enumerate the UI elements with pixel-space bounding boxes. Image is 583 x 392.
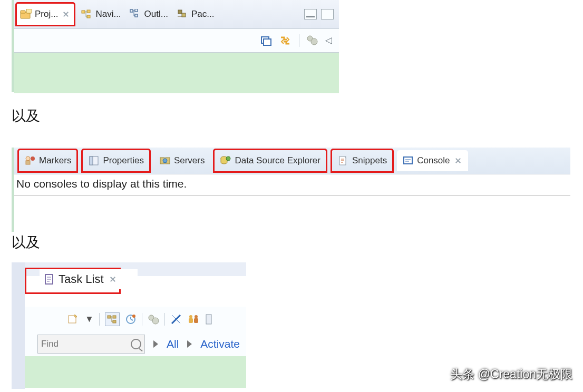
svg-point-15 <box>26 156 30 161</box>
svg-rect-40 <box>206 315 211 324</box>
tab-label: Servers <box>174 155 205 166</box>
tab-label: Properties <box>103 155 143 166</box>
link-with-editor-icon[interactable] <box>279 34 293 47</box>
separator-text: 以及 <box>12 106 40 125</box>
tab-snippets[interactable]: Snippets <box>331 149 394 173</box>
close-icon[interactable] <box>61 9 71 19</box>
watermark-text: 头条 @Creation无极限 <box>450 366 572 383</box>
project-explorer-content <box>14 53 339 93</box>
focus-workweek-icon[interactable] <box>148 314 159 325</box>
tab-label: Pac... <box>191 9 214 19</box>
tab-console[interactable]: Console <box>397 150 468 171</box>
svg-rect-19 <box>90 156 93 165</box>
tab-task-list[interactable]: Task List <box>40 269 138 289</box>
package-explorer-icon <box>177 8 188 20</box>
svg-rect-1 <box>21 11 25 13</box>
bottom-views-panel: Markers Properties Servers <box>12 132 570 196</box>
tab-label: Proj... <box>35 9 58 19</box>
svg-rect-16 <box>26 161 30 164</box>
toolbar-separator <box>99 313 100 326</box>
tab-label: Snippets <box>352 155 387 166</box>
panel-window-controls <box>304 9 339 19</box>
task-list-icon <box>44 273 55 285</box>
markers-icon <box>24 155 36 166</box>
task-list-toolbar: ▼ <box>25 307 246 332</box>
properties-icon <box>88 155 100 166</box>
view-tab-bar: Proj... Navi... <box>14 0 339 29</box>
svg-rect-37 <box>189 318 193 323</box>
svg-rect-8 <box>135 14 138 17</box>
svg-point-14 <box>311 38 317 45</box>
focus-task-icon[interactable] <box>306 34 319 47</box>
separator-text: 以及 <box>12 233 40 252</box>
svg-rect-31 <box>113 320 116 323</box>
svg-rect-9 <box>178 10 182 14</box>
tab-project-explorer[interactable]: Proj... <box>15 2 75 26</box>
task-list-content <box>25 356 246 388</box>
project-explorer-toolbar: ▽ <box>14 29 339 53</box>
svg-rect-26 <box>404 157 412 164</box>
svg-rect-7 <box>135 9 138 12</box>
task-list-panel: Task List ▼ <box>12 258 246 388</box>
tab-data-source-explorer[interactable]: Data Source Explorer <box>213 149 327 173</box>
svg-rect-2 <box>26 9 32 13</box>
expand-icon[interactable] <box>187 340 192 348</box>
outline-icon <box>130 8 141 20</box>
bottom-tab-bar: Markers Properties Servers <box>14 148 570 174</box>
collapse-all-icon[interactable] <box>260 34 273 47</box>
svg-rect-6 <box>130 9 133 12</box>
close-icon[interactable] <box>453 156 463 165</box>
svg-rect-10 <box>182 13 186 17</box>
tab-label: Outl... <box>144 9 168 19</box>
tab-package-explorer[interactable]: Pac... <box>173 4 217 25</box>
data-source-icon <box>220 155 231 166</box>
tab-label: Console <box>417 155 450 166</box>
show-people-icon[interactable] <box>187 313 200 325</box>
tab-markers[interactable]: Markers <box>17 149 78 173</box>
svg-point-17 <box>31 156 35 161</box>
categorize-icon[interactable] <box>105 312 120 326</box>
new-task-icon[interactable] <box>67 313 80 325</box>
toolbar-separator <box>299 34 299 47</box>
svg-rect-29 <box>108 316 111 318</box>
task-list-filter-row: Find All Activate <box>25 332 246 356</box>
servers-icon <box>159 155 171 166</box>
project-explorer-icon <box>20 8 32 20</box>
filter-activate-link[interactable]: Activate <box>200 338 240 350</box>
svg-rect-3 <box>82 11 85 13</box>
navigator-icon <box>81 8 92 20</box>
tab-label: Data Source Explorer <box>235 155 320 166</box>
scheduled-icon[interactable] <box>125 313 137 325</box>
project-explorer-panel: Proj... Navi... <box>12 0 339 93</box>
svg-rect-30 <box>113 316 116 318</box>
dropdown-arrow-icon[interactable]: ▼ <box>85 314 94 325</box>
synchronize-icon[interactable] <box>205 313 212 325</box>
toolbar-separator <box>142 313 142 326</box>
filter-all-link[interactable]: All <box>167 338 179 350</box>
snippets-icon <box>337 155 349 166</box>
toolbar-separator <box>164 313 165 326</box>
console-icon <box>402 155 414 166</box>
minimize-button[interactable] <box>304 9 317 19</box>
expand-icon[interactable] <box>153 340 158 348</box>
tab-label: Task List <box>59 272 104 286</box>
hide-completed-icon[interactable] <box>170 313 182 325</box>
tab-outline[interactable]: Outl... <box>127 4 171 25</box>
svg-point-24 <box>226 156 230 161</box>
tab-properties[interactable]: Properties <box>81 149 150 173</box>
svg-point-38 <box>195 315 198 318</box>
tab-label: Markers <box>39 155 71 166</box>
maximize-button[interactable] <box>321 9 334 19</box>
svg-point-33 <box>132 315 135 318</box>
search-icon <box>131 339 141 349</box>
svg-point-22 <box>163 159 167 163</box>
close-icon[interactable] <box>108 275 118 284</box>
find-input[interactable]: Find <box>37 335 145 354</box>
find-placeholder: Find <box>41 339 59 349</box>
view-menu-icon[interactable]: ▽ <box>324 37 335 44</box>
tab-navigator[interactable]: Navi... <box>77 4 124 25</box>
svg-point-35 <box>152 318 159 324</box>
tab-servers[interactable]: Servers <box>154 150 210 171</box>
panel-accent <box>12 262 25 389</box>
console-empty-message: No consoles to display at this time. <box>14 174 570 196</box>
